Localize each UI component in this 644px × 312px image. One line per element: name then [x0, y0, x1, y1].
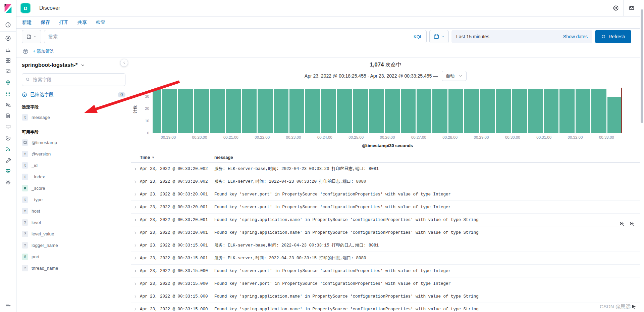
field-search-input[interactable]: [33, 77, 122, 82]
help-icon[interactable]: [608, 0, 624, 16]
field-item-message[interactable]: tmessage: [22, 112, 125, 123]
histogram-bar-00:21:00[interactable]: [226, 89, 241, 133]
nav-item-management[interactable]: [0, 177, 16, 188]
filter-icon[interactable]: [22, 48, 29, 54]
filtered-fields-toggle[interactable]: 已筛选字段 0: [22, 92, 125, 98]
histogram-bar-00:23:00[interactable]: [289, 89, 304, 133]
field-item-_id[interactable]: t_id: [22, 160, 125, 171]
histogram-bar-00:25:00[interactable]: [353, 89, 368, 133]
time-range-field[interactable]: Last 15 minutes Show dates: [451, 30, 592, 43]
nav-item-discover[interactable]: [0, 33, 16, 44]
histogram-bar-00:31:00[interactable]: [544, 89, 558, 133]
field-item-_type[interactable]: t_type: [22, 194, 125, 205]
histogram-bar-00:20:30[interactable]: [210, 89, 225, 133]
histogram-bar-00:23:30[interactable]: [305, 89, 320, 133]
search-input[interactable]: [48, 34, 411, 39]
field-item-port[interactable]: #port: [22, 251, 125, 262]
zoom-out-icon[interactable]: [629, 221, 635, 227]
histogram-bar-00:24:30[interactable]: [337, 89, 352, 133]
histogram-bar-00:30:30[interactable]: [528, 89, 543, 133]
newsfeed-envelope-icon[interactable]: [624, 0, 639, 16]
histogram-bar-00:24:00[interactable]: [321, 89, 336, 133]
field-item-thread_name[interactable]: ?thread_name: [22, 262, 125, 274]
sidebar-collapse-button[interactable]: [120, 59, 128, 67]
histogram-bar-00:28:30[interactable]: [464, 89, 479, 133]
histogram-bar-00:19:30[interactable]: [178, 89, 193, 133]
menu-item-4[interactable]: 检查: [96, 19, 105, 26]
field-item-_index[interactable]: t_index: [22, 171, 125, 182]
sort-descending-icon[interactable]: ▼: [152, 156, 155, 159]
collapse-menu-icon[interactable]: [0, 303, 16, 309]
expand-row-icon[interactable]: [131, 243, 140, 248]
field-item-level_value[interactable]: ?level_value: [22, 228, 125, 239]
nav-item-logs[interactable]: [0, 110, 16, 121]
expand-row-icon[interactable]: [131, 167, 140, 171]
histogram-bar-00:19:00[interactable]: [162, 89, 177, 133]
expand-row-icon[interactable]: [131, 282, 140, 286]
expand-row-icon[interactable]: [131, 218, 140, 222]
menu-item-3[interactable]: 共享: [77, 19, 87, 26]
histogram-bar-00:29:00[interactable]: [480, 89, 495, 133]
add-filter-link[interactable]: + 添加筛选: [33, 48, 54, 54]
field-item-@timestamp[interactable]: @timestamp: [22, 137, 125, 148]
histogram-bar-00:26:30[interactable]: [401, 89, 416, 133]
histogram-bar-00:22:00[interactable]: [258, 89, 272, 133]
menu-item-1[interactable]: 保存: [41, 19, 50, 26]
column-time[interactable]: Time: [140, 155, 150, 160]
kql-toggle[interactable]: KQL: [414, 34, 422, 39]
nav-item-metrics[interactable]: [0, 121, 16, 132]
histogram-plot[interactable]: [153, 86, 622, 133]
expand-row-icon[interactable]: [131, 295, 140, 299]
nav-item-graph[interactable]: [0, 99, 16, 110]
nav-item-dev-tools[interactable]: [0, 154, 16, 166]
histogram-bar-00:32:00[interactable]: [576, 89, 590, 133]
histogram-bar-00:30:00[interactable]: [512, 89, 527, 133]
menu-item-2[interactable]: 打开: [59, 19, 68, 26]
histogram-bar-00:26:00[interactable]: [385, 89, 399, 133]
expand-row-icon[interactable]: [131, 256, 140, 260]
x-tick: 00:22:00: [255, 135, 270, 139]
histogram-bar-00:28:00[interactable]: [448, 89, 463, 133]
field-item-_score[interactable]: #_score: [22, 182, 125, 194]
refresh-button[interactable]: Refresh: [595, 30, 631, 43]
nav-item-canvas[interactable]: [0, 66, 16, 77]
scrollbar-thumb[interactable]: [641, 9, 643, 123]
nav-item-maps[interactable]: [0, 77, 16, 88]
index-pattern-selector[interactable]: springboot-logstash-*: [22, 62, 125, 68]
expand-row-icon[interactable]: [131, 192, 140, 196]
expand-row-icon[interactable]: [131, 180, 140, 184]
nav-item-recently-viewed[interactable]: [0, 19, 16, 30]
histogram-bar-00:22:30[interactable]: [274, 89, 288, 133]
nav-item-uptime[interactable]: [0, 132, 16, 143]
field-item-level[interactable]: ?level: [22, 217, 125, 228]
histogram-bar-00:32:30[interactable]: [591, 89, 606, 133]
histogram-bar-00:21:30[interactable]: [242, 89, 257, 133]
histogram-bar-00:27:00[interactable]: [417, 89, 431, 133]
zoom-in-icon[interactable]: [619, 221, 625, 227]
nav-item-dashboard[interactable]: [0, 55, 16, 66]
expand-row-icon[interactable]: [131, 231, 140, 235]
field-item-logger_name[interactable]: ?logger_name: [22, 239, 125, 251]
datepicker-button[interactable]: [429, 30, 449, 43]
histogram-bar-00:20:00[interactable]: [194, 89, 209, 133]
expand-row-icon[interactable]: [131, 307, 140, 311]
interval-select[interactable]: 自动: [442, 71, 467, 81]
nav-item-apm[interactable]: [0, 143, 16, 154]
expand-row-icon[interactable]: [131, 205, 140, 209]
kibana-logo-icon[interactable]: [0, 0, 16, 16]
histogram-bar-00:29:30[interactable]: [496, 89, 511, 133]
nav-item-machine-learning[interactable]: [0, 88, 16, 99]
histogram-bar-00:33:00[interactable]: [607, 97, 622, 133]
field-item-@version[interactable]: t@version: [22, 148, 125, 160]
histogram-bar-00:25:30[interactable]: [369, 89, 384, 133]
expand-row-icon[interactable]: [131, 269, 140, 273]
nav-item-visualize[interactable]: [0, 44, 16, 55]
histogram-bar-00:27:30[interactable]: [432, 89, 447, 133]
menu-item-0[interactable]: 新建: [22, 19, 32, 26]
histogram-bar-00:18:30[interactable]: [153, 89, 161, 133]
saved-query-button[interactable]: [22, 30, 41, 43]
histogram-bar-00:31:30[interactable]: [559, 89, 574, 133]
field-item-host[interactable]: thost: [22, 205, 125, 217]
show-dates-link[interactable]: Show dates: [563, 34, 588, 39]
nav-item-stack-monitoring[interactable]: [0, 166, 16, 177]
